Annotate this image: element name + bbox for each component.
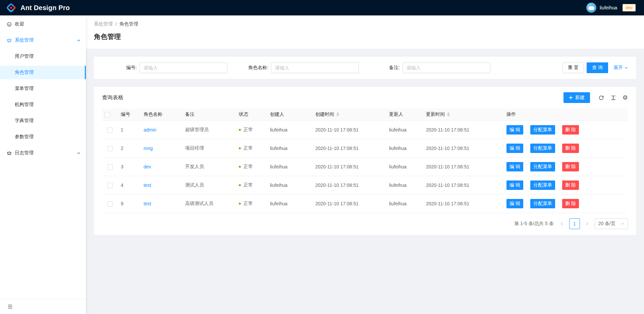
expand-toggle[interactable]: 展开 <box>613 65 628 71</box>
role-name-link[interactable]: dev <box>144 164 151 169</box>
row-checkbox[interactable] <box>107 127 113 133</box>
select-all-checkbox[interactable] <box>105 112 110 117</box>
column-header-updated[interactable]: 更新时间 <box>423 108 504 121</box>
sidebar-submenu-system[interactable]: 系统管理 <box>0 34 86 47</box>
settings-gear-icon[interactable]: ⚙ <box>623 95 628 101</box>
sidebar-item-dict-mgmt[interactable]: 字典管理 <box>0 114 86 127</box>
delete-button[interactable]: 删 除 <box>562 144 579 153</box>
pagination-page-1[interactable]: 1 <box>569 218 580 229</box>
assign-menu-button[interactable]: 分配菜单 <box>530 162 555 171</box>
id-input[interactable] <box>140 62 227 73</box>
divider <box>558 183 559 188</box>
sidebar-item-welcome[interactable]: 欢迎 <box>0 17 86 31</box>
cell-remark: 测试人员 <box>182 176 236 195</box>
breadcrumb-parent[interactable]: 系统管理 <box>94 21 113 27</box>
top-header: Ant Design Pro liufeihua dev <box>0 0 644 15</box>
edit-button[interactable]: 编 辑 <box>506 162 523 171</box>
delete-button[interactable]: 删 除 <box>562 180 579 190</box>
sidebar-item-label: 字典管理 <box>15 118 34 124</box>
cell-updater: liufeihua <box>386 195 423 213</box>
role-name-link[interactable]: admin <box>144 127 156 133</box>
cell-updated: 2020-11-10 17:08:51 <box>423 121 504 139</box>
assign-menu-button[interactable]: 分配菜单 <box>530 125 555 135</box>
sidebar-item-role-mgmt[interactable]: 角色管理 <box>0 66 86 79</box>
assign-menu-button[interactable]: 分配菜单 <box>530 180 555 190</box>
sidebar-item-param-mgmt[interactable]: 参数管理 <box>0 130 86 144</box>
column-header-created[interactable]: 创建时间 <box>313 108 386 121</box>
column-height-icon[interactable] <box>610 95 616 101</box>
cell-updater: liufeihua <box>386 158 423 176</box>
cell-creator: liufeihua <box>267 195 313 213</box>
sidebar-item-user-mgmt[interactable]: 用户管理 <box>0 50 86 63</box>
cell-updater: liufeihua <box>386 139 423 158</box>
edit-button[interactable]: 编 辑 <box>506 125 523 135</box>
cell-actions: 编 辑分配菜单删 除 <box>504 176 628 195</box>
chevron-down-icon <box>621 222 624 225</box>
header-user-area[interactable]: liufeihua dev <box>586 3 636 13</box>
sidebar-item-org-mgmt[interactable]: 机构管理 <box>0 98 86 111</box>
role-name-link[interactable]: test <box>144 201 151 206</box>
delete-button[interactable]: 删 除 <box>562 125 579 135</box>
sidebar-item-label: 菜单管理 <box>15 86 34 92</box>
cell-creator: liufeihua <box>267 139 313 158</box>
cell-updater: liufeihua <box>386 121 423 139</box>
reset-button[interactable]: 重 置 <box>562 62 584 73</box>
menu-fold-icon <box>7 304 13 309</box>
user-name: liufeihua <box>600 5 617 10</box>
table-card-title: 查询表格 <box>102 94 123 101</box>
plus-icon <box>569 96 573 100</box>
divider <box>558 201 559 206</box>
sidebar-collapse-trigger[interactable] <box>0 299 86 314</box>
divider <box>527 127 527 132</box>
cell-remark: 项目经理 <box>182 139 236 158</box>
delete-button[interactable]: 删 除 <box>562 162 579 171</box>
role-name-input[interactable] <box>271 62 359 73</box>
role-name-link[interactable]: test <box>144 182 151 188</box>
edit-button[interactable]: 编 辑 <box>506 180 523 190</box>
row-checkbox[interactable] <box>107 183 113 188</box>
page-size-select[interactable]: 20 条/页 <box>595 218 628 229</box>
pagination-total: 第 1-5 条/总共 5 条 <box>514 221 553 227</box>
search-button[interactable]: 查 询 <box>587 62 608 73</box>
sidebar-menu: 欢迎 系统管理 用户管理 角色管理 <box>0 15 86 299</box>
pagination-prev-icon[interactable] <box>557 218 567 229</box>
table-row: 9 test 高级测试人员 正常 liufeihua 2020-11-10 17… <box>102 195 628 213</box>
divider <box>527 201 527 206</box>
cell-created: 2020-11-10 17:08:51 <box>313 121 386 139</box>
cell-actions: 编 辑分配菜单删 除 <box>504 158 628 176</box>
row-checkbox[interactable] <box>107 201 113 207</box>
pagination-next-icon[interactable] <box>583 218 592 229</box>
filter-field-role-name: 角色名称: <box>233 62 365 73</box>
assign-menu-button[interactable]: 分配菜单 <box>530 144 555 153</box>
chevron-up-icon <box>77 39 80 42</box>
new-button[interactable]: 新建 <box>564 92 590 103</box>
page-title: 角色管理 <box>94 32 636 42</box>
table-header-row: 编号 角色名称 备注 状态 创建人 创建时间 更新人 更新时间 操作 <box>102 108 628 121</box>
app-title: Ant Design Pro <box>20 4 70 12</box>
reload-icon[interactable] <box>598 95 604 101</box>
remark-input[interactable] <box>402 62 490 73</box>
divider <box>558 127 559 132</box>
cell-actions: 编 辑分配菜单删 除 <box>504 195 628 213</box>
column-header-creator: 创建人 <box>267 108 313 121</box>
sidebar-item-menu-mgmt[interactable]: 菜单管理 <box>0 82 86 95</box>
logo-area[interactable]: Ant Design Pro <box>6 3 70 13</box>
sidebar-item-label: 角色管理 <box>15 69 34 75</box>
role-name-link[interactable]: mng <box>144 146 153 151</box>
smile-icon <box>7 22 12 27</box>
delete-button[interactable]: 删 除 <box>562 199 579 208</box>
status-dot <box>239 184 241 186</box>
filter-field-id: 编号: <box>102 62 233 73</box>
cell-status: 正常 <box>236 176 267 195</box>
assign-menu-button[interactable]: 分配菜单 <box>530 199 555 208</box>
sidebar-submenu-log[interactable]: 日志管理 <box>0 146 86 160</box>
edit-button[interactable]: 编 辑 <box>506 199 523 208</box>
chevron-down-icon <box>77 151 80 155</box>
status-dot <box>239 129 241 131</box>
cell-creator: liufeihua <box>267 121 313 139</box>
edit-button[interactable]: 编 辑 <box>506 144 523 153</box>
row-checkbox[interactable] <box>107 164 113 170</box>
status-dot <box>239 147 241 149</box>
row-checkbox[interactable] <box>107 146 113 151</box>
user-avatar[interactable] <box>586 3 596 13</box>
